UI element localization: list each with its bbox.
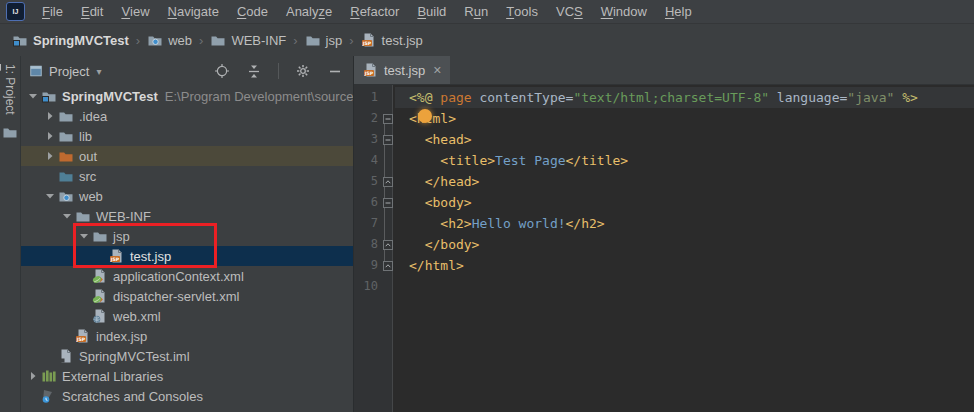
menu-file[interactable]: File xyxy=(33,0,72,23)
mnemonic-letter: V xyxy=(121,4,130,19)
label-text: elp xyxy=(674,4,691,19)
code-text: <%@ page contentType="text/html;charset=… xyxy=(395,87,974,108)
fold-open-icon[interactable] xyxy=(381,108,395,129)
web-folder-icon xyxy=(147,32,163,48)
breadcrumb-item-springmvctest[interactable]: SpringMVCTest xyxy=(10,32,131,48)
mnemonic-letter: W xyxy=(601,4,613,19)
fold-open-icon[interactable] xyxy=(381,129,395,150)
menu-run[interactable]: Run xyxy=(455,0,497,23)
breadcrumb-label: web xyxy=(168,33,192,48)
label-text: ools xyxy=(514,4,538,19)
menu-code[interactable]: Code xyxy=(228,0,277,23)
tree-expanded-arrow-icon[interactable] xyxy=(25,88,41,104)
tree-row-applicationcontext-xml[interactable]: applicationContext.xml xyxy=(21,266,353,286)
token-tag: <head> xyxy=(409,132,472,147)
menu-refactor[interactable]: Refactor xyxy=(341,0,408,23)
tree-arrow-spacer xyxy=(76,288,92,304)
web-folder-icon xyxy=(58,188,74,204)
tree-row-dispatcher-servlet-xml[interactable]: dispatcher-servlet.xml xyxy=(21,286,353,306)
line-number: 5 xyxy=(354,171,381,192)
token-text: Hello world! xyxy=(472,216,566,231)
tree-row-scratches-and-consoles[interactable]: Scratches and Consoles xyxy=(21,386,353,406)
token-tag: <body> xyxy=(409,195,472,210)
editor-tab-label: test.jsp xyxy=(384,63,425,78)
spring-xml-file-icon xyxy=(92,288,108,304)
code-line-10: 10 xyxy=(354,276,974,297)
tree-row-index-jsp[interactable]: JSPindex.jsp xyxy=(21,326,353,346)
tree-item-label: dispatcher-servlet.xml xyxy=(113,289,239,304)
menu-help[interactable]: Help xyxy=(656,0,701,23)
label-text: VC xyxy=(556,4,574,19)
breadcrumb-item-jsp[interactable]: jsp xyxy=(303,32,345,48)
gear-icon[interactable] xyxy=(295,63,311,79)
tree-expanded-arrow-icon[interactable] xyxy=(42,188,58,204)
menu-build[interactable]: Build xyxy=(408,0,455,23)
menu-vcs[interactable]: VCS xyxy=(547,0,592,23)
menu-window[interactable]: Window xyxy=(592,0,656,23)
intellij-logo-icon: IJ xyxy=(6,2,25,21)
menu-analyze[interactable]: Analyze xyxy=(277,0,341,23)
menu-view[interactable]: View xyxy=(112,0,158,23)
token-string: "text/html;charset=UTF-8" xyxy=(573,90,769,105)
token-keyword: page xyxy=(440,90,471,105)
breadcrumb-label: jsp xyxy=(326,33,343,48)
tree-item-label: SpringMVCTest xyxy=(62,89,158,104)
tree-row-src[interactable]: src xyxy=(21,166,353,186)
menu-tools[interactable]: Tools xyxy=(497,0,547,23)
breadcrumb-separator: › xyxy=(131,33,145,48)
close-icon[interactable]: × xyxy=(433,63,441,77)
tree-item-label: applicationContext.xml xyxy=(113,269,244,284)
tree-collapsed-arrow-icon[interactable] xyxy=(25,368,41,384)
code-line-2: 2<html> xyxy=(354,108,974,129)
editor-tab-test-jsp[interactable]: JSP test.jsp × xyxy=(354,56,450,84)
tree-item-label: .idea xyxy=(79,109,107,124)
code-text: </head> xyxy=(395,171,974,192)
code-line-8: 8 </body> xyxy=(354,234,974,255)
token-tag: <html> xyxy=(409,111,456,126)
label-text: ode xyxy=(246,4,268,19)
fold-close-icon[interactable] xyxy=(381,171,395,192)
tree-row-out[interactable]: out xyxy=(21,146,353,166)
mnemonic-letter: F xyxy=(42,4,50,19)
tree-row-web[interactable]: web xyxy=(21,186,353,206)
label-text: avigate xyxy=(177,4,219,19)
tree-row-springmvctest-iml[interactable]: SpringMVCTest.iml xyxy=(21,346,353,366)
breadcrumb-item-test-jsp[interactable]: JSPtest.jsp xyxy=(359,32,425,48)
code-text: <h2>Hello world!</h2> xyxy=(395,213,974,234)
code-line-4: 4 <title>Test Page</title> xyxy=(354,150,974,171)
tree-collapsed-arrow-icon[interactable] xyxy=(42,148,58,164)
tree-arrow-spacer xyxy=(25,388,41,404)
folder-icon xyxy=(75,208,91,224)
tree-collapsed-arrow-icon[interactable] xyxy=(42,108,58,124)
tree-row-lib[interactable]: lib xyxy=(21,126,353,146)
fold-column xyxy=(381,87,395,108)
code-editor[interactable]: 1<%@ page contentType="text/html;charset… xyxy=(354,85,974,412)
locate-file-icon[interactable] xyxy=(214,63,230,79)
folder-icon xyxy=(210,32,226,48)
menu-navigate[interactable]: Navigate xyxy=(159,0,228,23)
breadcrumb-item-web[interactable]: web xyxy=(145,32,194,48)
tree-row-web-xml[interactable]: web.xml xyxy=(21,306,353,326)
mnemonic-letter: E xyxy=(81,4,90,19)
tree-row-idea[interactable]: .idea xyxy=(21,106,353,126)
tree-expanded-arrow-icon[interactable] xyxy=(59,208,75,224)
tree-row-springmvctest[interactable]: SpringMVCTestE:\Program Development\sour… xyxy=(21,86,353,106)
breadcrumb-item-web-inf[interactable]: WEB-INF xyxy=(208,32,288,48)
fold-close-icon[interactable] xyxy=(381,234,395,255)
menu-edit[interactable]: Edit xyxy=(72,0,112,23)
collapse-all-icon[interactable] xyxy=(246,63,262,79)
line-number: 9 xyxy=(354,255,381,276)
fold-close-icon[interactable] xyxy=(381,255,395,276)
click-indicator-dot xyxy=(418,109,432,123)
project-panel-title[interactable]: Project xyxy=(49,64,89,79)
project-stripe-tab[interactable]: 1: Project xyxy=(3,64,17,115)
hide-panel-icon[interactable] xyxy=(327,63,343,79)
tree-item-label: src xyxy=(79,169,96,184)
tree-collapsed-arrow-icon[interactable] xyxy=(42,128,58,144)
jsp-file-icon: JSP xyxy=(361,32,377,48)
fold-open-icon[interactable] xyxy=(381,192,395,213)
label-text: n xyxy=(481,4,488,19)
tree-row-external-libraries[interactable]: External Libraries xyxy=(21,366,353,386)
code-line-9: 9</html> xyxy=(354,255,974,276)
external-libraries-icon xyxy=(41,368,57,384)
